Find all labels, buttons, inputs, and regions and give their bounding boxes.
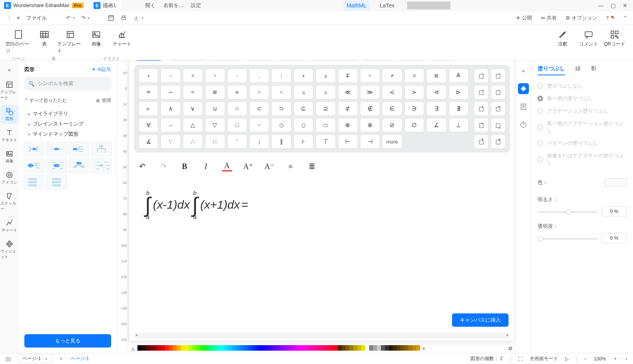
palette-swatch[interactable] [212, 345, 216, 351]
equation-preview[interactable]: b ∫ a (x-1)dx b ∫ a (x+1)dx = [134, 175, 510, 306]
eq-toolbar-group[interactable]: ∫⬚ [430, 60, 453, 61]
symbol-cell[interactable]: ∨ [183, 102, 203, 116]
eq-color-button[interactable]: A [222, 161, 232, 171]
fill-solid-radio[interactable]: 単一色の塗りつぶし [538, 95, 627, 102]
palette-swatch[interactable] [381, 345, 385, 351]
palette-swatch[interactable] [224, 345, 228, 351]
palette-swatch[interactable] [373, 345, 377, 351]
symbol-cell[interactable]: ∓ [338, 69, 358, 83]
undo-button[interactable]: ↶▾ [66, 15, 75, 21]
shape-thumb[interactable] [46, 158, 67, 173]
page-selector[interactable]: ページ-1▾ [18, 354, 52, 363]
palette-swatch[interactable] [165, 345, 169, 351]
color-swatch[interactable] [605, 178, 627, 187]
file-menu[interactable]: ファイル [26, 15, 47, 22]
brightness-slider[interactable] [538, 211, 598, 213]
collapse-all[interactable]: ⌃ すべて折りたたむ [24, 97, 67, 104]
menu-toggle-icon[interactable]: ≡ [17, 15, 20, 21]
palette-swatch[interactable] [153, 345, 157, 351]
fill-solidgradient-radio[interactable]: 単一色のグラデーション塗りつぶし [538, 120, 627, 134]
symbol-cell[interactable]: + [139, 69, 158, 83]
palette-swatch[interactable] [185, 345, 188, 351]
accent-symbol-cell[interactable]: □̊ [474, 135, 488, 149]
shape-thumb[interactable] [24, 142, 44, 157]
eq-toolbar-group[interactable]: ≤⊕⊆ [134, 60, 164, 61]
rail-chart[interactable]: チャート [0, 217, 18, 235]
symbol-cell[interactable]: ⊃ [271, 102, 291, 116]
palette-swatch[interactable] [173, 345, 177, 351]
symbol-cell[interactable]: ∅ [404, 118, 424, 132]
symbol-cell[interactable]: ∥ [271, 135, 291, 149]
symbol-cell[interactable]: ⊤ [316, 135, 335, 149]
palette-swatch[interactable] [393, 345, 397, 351]
palette-swatch[interactable] [220, 345, 224, 351]
rail-sticker[interactable]: ステッカー [0, 190, 18, 214]
symbol-cell[interactable]: : [271, 69, 291, 83]
eq-tab-mathml[interactable]: MathML [344, 1, 370, 10]
palette-swatch[interactable] [338, 345, 342, 351]
symbol-cell[interactable]: . [249, 69, 269, 83]
eq-redo-button[interactable]: ↷ [158, 161, 168, 171]
symbol-cell[interactable]: ≈ [183, 85, 203, 99]
palette-swatch[interactable] [365, 345, 369, 351]
accent-symbol-cell[interactable]: □̈ [491, 69, 505, 83]
eq-undo-button[interactable]: ↶ [137, 161, 147, 171]
symbol-cell[interactable]: ≅ [205, 85, 225, 99]
page-tab[interactable]: ページ-1 [71, 355, 89, 362]
palette-swatch[interactable] [310, 345, 314, 351]
accent-symbol-cell[interactable]: □̂ [474, 102, 488, 116]
symbol-cell[interactable]: · [227, 69, 247, 83]
fullscreen-button[interactable]: 全画面モード [530, 355, 558, 362]
fill-gradient-radio[interactable]: グラデーション塗りつぶし [538, 107, 627, 115]
accent-symbol-cell[interactable]: □̈ [474, 69, 488, 83]
palette-swatch[interactable] [287, 345, 291, 351]
ribbon-blank-page[interactable]: 空白のページ [5, 28, 31, 56]
symbol-cell[interactable]: ⊘ [382, 118, 402, 132]
eq-bold-button[interactable]: B [179, 161, 190, 171]
eq-toolbar-group[interactable]: ∂∞Ω [246, 60, 274, 61]
palette-swatch[interactable] [267, 345, 271, 351]
modal-menu-open[interactable]: 開く [145, 2, 156, 9]
lib-mylibrary[interactable]: マイライブラリ [19, 107, 117, 117]
symbol-cell[interactable]: ⊣ [360, 135, 380, 149]
title-search-box[interactable] [407, 2, 450, 9]
eq-toolbar-group[interactable]: ⬚ ⬚ ⬚ [168, 60, 208, 61]
ribbon-template[interactable]: テンプレート [57, 28, 83, 56]
maximize-icon[interactable]: ▢ [611, 2, 616, 9]
symbol-cell[interactable]: ≠ [382, 69, 402, 83]
palette-swatch[interactable] [279, 345, 283, 351]
symbol-cell[interactable]: □ [227, 118, 247, 132]
manage-link[interactable]: ⚙ 管理 [96, 97, 111, 104]
ribbon-qr[interactable]: QRコード [602, 28, 628, 49]
palette-swatch[interactable] [188, 345, 192, 351]
palette-swatch[interactable] [342, 345, 346, 351]
palette-swatch[interactable] [404, 345, 408, 351]
canvas-settings-icon[interactable]: ⚙ [508, 346, 513, 351]
status-layout-icon[interactable]: ▯▯ [5, 356, 11, 362]
symbol-search-input[interactable]: 🔍 シンボルを検索 [24, 77, 111, 90]
symbol-cell[interactable]: ⊂ [249, 102, 269, 116]
symbol-cell[interactable]: ≜ [449, 69, 468, 83]
palette-swatch[interactable] [357, 345, 361, 351]
palette-swatch[interactable] [408, 345, 412, 351]
palette-swatch[interactable] [353, 345, 357, 351]
export-button[interactable]: ▾ [133, 15, 144, 21]
symbol-cell[interactable]: △ [183, 118, 203, 132]
accent-symbol-cell[interactable]: □̃ [491, 102, 505, 116]
symbol-cell[interactable]: ∉ [360, 102, 380, 116]
symbol-cell[interactable]: ⊕ [338, 118, 358, 132]
palette-swatch[interactable] [397, 345, 401, 351]
eq-toolbar-group[interactable]: Σ∏∪ [397, 60, 426, 61]
palette-more-icon[interactable]: ▾ [423, 346, 425, 351]
rail-icon[interactable]: アイコン [0, 169, 18, 187]
palette-swatch[interactable] [200, 345, 204, 351]
palette-swatch[interactable] [361, 345, 365, 351]
palette-swatch[interactable] [389, 345, 393, 351]
symbol-cell[interactable]: ∠ [426, 118, 446, 132]
palette-swatch[interactable] [412, 345, 416, 351]
palette-swatch[interactable] [385, 345, 389, 351]
opacity-slider[interactable] [538, 238, 598, 240]
palette-swatch[interactable] [346, 345, 349, 351]
palette-swatch[interactable] [322, 345, 326, 351]
palette-swatch[interactable] [243, 345, 247, 351]
